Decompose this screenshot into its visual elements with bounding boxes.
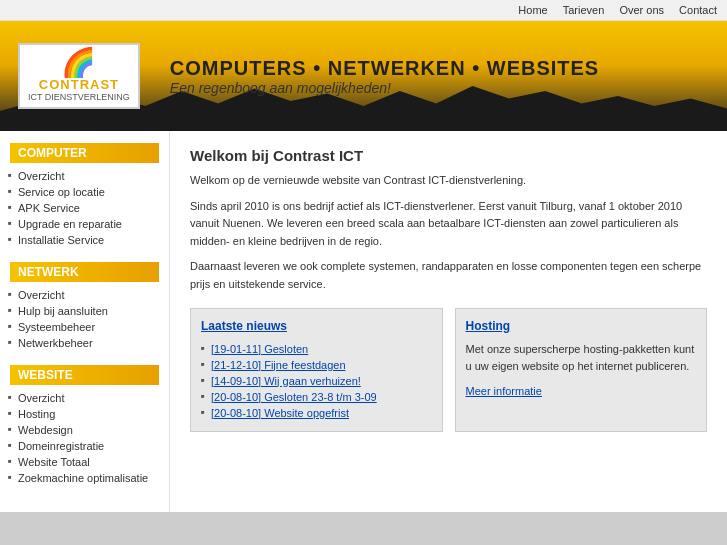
nieuws-box: Laatste nieuws [19-01-11] Gesloten [21-1… <box>190 308 443 432</box>
overons-link[interactable]: Over ons <box>619 4 664 16</box>
tarieven-link[interactable]: Tarieven <box>563 4 605 16</box>
sidebar-item-systeembeheer[interactable]: Systeembeheer <box>10 319 169 335</box>
hosting-meer-info-link[interactable]: Meer informatie <box>466 385 542 397</box>
sidebar-item-computer-overzicht[interactable]: Overzicht <box>10 168 169 184</box>
sidebar-item-website-totaal[interactable]: Website Totaal <box>10 454 169 470</box>
sidebar-item-website-overzicht[interactable]: Overzicht <box>10 390 169 406</box>
logo-brand-name: CONTRAST <box>39 77 119 92</box>
sidebar-item-hulp-aansluiten[interactable]: Hulp bij aansluiten <box>10 303 169 319</box>
home-link[interactable]: Home <box>518 4 547 16</box>
nieuws-box-title: Laatste nieuws <box>201 319 432 333</box>
main-content: Welkom bij Contrast ICT Welkom op de ver… <box>170 131 727 512</box>
sidebar-item-hosting[interactable]: Hosting <box>10 406 169 422</box>
sidebar-item-domeinregistratie[interactable]: Domeinregistratie <box>10 438 169 454</box>
sidebar-computer-list: Overzicht Service op locatie APK Service… <box>10 168 169 248</box>
sidebar-website-list: Overzicht Hosting Webdesign Domeinregist… <box>10 390 169 486</box>
main-area: COMPUTER Overzicht Service op locatie AP… <box>0 131 727 512</box>
sidebar: COMPUTER Overzicht Service op locatie AP… <box>0 131 170 512</box>
contact-link[interactable]: Contact <box>679 4 717 16</box>
sidebar-item-installatie-service[interactable]: Installatie Service <box>10 232 169 248</box>
nieuws-item-4[interactable]: [20-08-10] Gesloten 23-8 t/m 3-09 <box>201 389 432 405</box>
header-headline: COMPUTERS • NETWERKEN • WEBSITES <box>170 57 599 80</box>
sidebar-section-netwerk: NETWERK <box>10 262 159 282</box>
intro-para-1: Welkom op de vernieuwde website van Cont… <box>190 172 707 190</box>
logo-box: 🌈 CONTRAST ICT DIENSTVERLENING <box>18 43 140 109</box>
site-header: 🌈 CONTRAST ICT DIENSTVERLENING COMPUTERS… <box>0 21 727 131</box>
nieuws-item-1[interactable]: [19-01-11] Gesloten <box>201 341 432 357</box>
content-boxes: Laatste nieuws [19-01-11] Gesloten [21-1… <box>190 308 707 432</box>
intro-para-2: Sinds april 2010 is ons bedrijf actief a… <box>190 198 707 251</box>
sidebar-item-zoekmachine[interactable]: Zoekmachine optimalisatie <box>10 470 169 486</box>
sidebar-section-website: WEBSITE <box>10 365 159 385</box>
nieuws-item-2[interactable]: [21-12-10] Fijne feestdagen <box>201 357 432 373</box>
sidebar-item-upgrade-reparatie[interactable]: Upgrade en reparatie <box>10 216 169 232</box>
logo-sub-text: ICT DIENSTVERLENING <box>28 92 130 103</box>
sidebar-item-service-op-locatie[interactable]: Service op locatie <box>10 184 169 200</box>
sidebar-item-apk-service[interactable]: APK Service <box>10 200 169 216</box>
hosting-box-description: Met onze superscherpe hosting-pakketten … <box>466 341 697 376</box>
sidebar-item-webdesign[interactable]: Webdesign <box>10 422 169 438</box>
hosting-box-title: Hosting <box>466 319 697 333</box>
sidebar-section-computer: COMPUTER <box>10 143 159 163</box>
header-tagline-text: Een regenboog aan mogelijkheden! <box>170 80 599 96</box>
sidebar-netwerk-list: Overzicht Hulp bij aansluiten Systeembeh… <box>10 287 169 351</box>
top-navigation: Home Tarieven Over ons Contact <box>0 0 727 21</box>
nieuws-item-3[interactable]: [14-09-10] Wij gaan verhuizen! <box>201 373 432 389</box>
sidebar-item-netwerkbeheer[interactable]: Netwerkbeheer <box>10 335 169 351</box>
hosting-box: Hosting Met onze superscherpe hosting-pa… <box>455 308 708 432</box>
nieuws-list: [19-01-11] Gesloten [21-12-10] Fijne fee… <box>201 341 432 421</box>
page-wrapper: Home Tarieven Over ons Contact 🌈 CONTRAS… <box>0 0 727 512</box>
sidebar-item-netwerk-overzicht[interactable]: Overzicht <box>10 287 169 303</box>
header-tagline-area: COMPUTERS • NETWERKEN • WEBSITES Een reg… <box>170 57 599 96</box>
intro-para-3: Daarnaast leveren we ook complete system… <box>190 258 707 293</box>
logo-icon: 🌈 <box>61 49 96 77</box>
page-heading: Welkom bij Contrast ICT <box>190 147 707 164</box>
logo-area: 🌈 CONTRAST ICT DIENSTVERLENING <box>18 43 140 109</box>
nieuws-item-5[interactable]: [20-08-10] Website opgefrist <box>201 405 432 421</box>
